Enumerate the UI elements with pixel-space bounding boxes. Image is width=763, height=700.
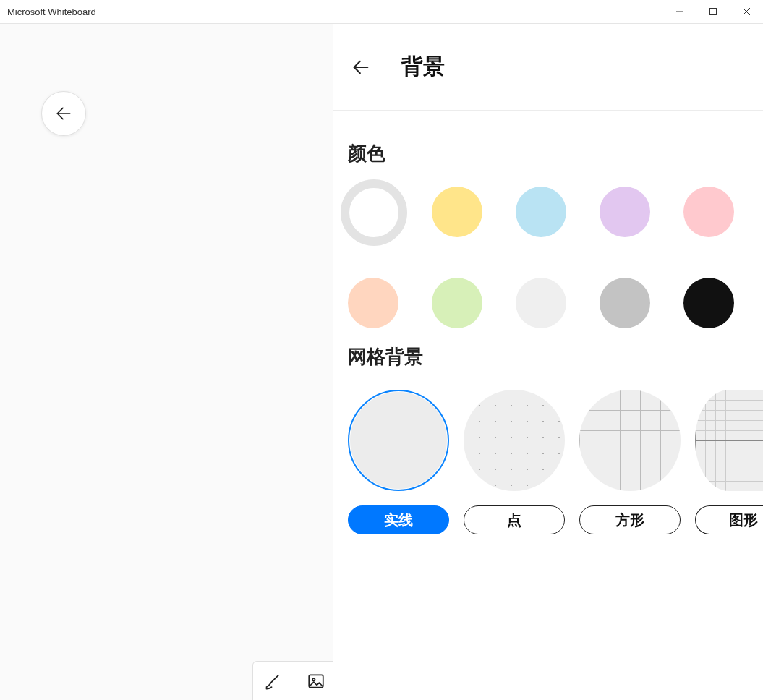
color-swatch-peach[interactable]: [348, 278, 398, 328]
close-button[interactable]: [730, 0, 763, 23]
back-to-boards-button[interactable]: [41, 91, 86, 136]
main-canvas-area[interactable]: 背景 颜色 网格背景 实线: [0, 24, 763, 700]
panel-back-button[interactable]: [348, 54, 374, 80]
background-panel: 背景 颜色 网格背景 实线: [333, 24, 763, 700]
color-swatch-blue[interactable]: [516, 187, 566, 237]
pen-icon: [264, 671, 284, 691]
color-swatch-pink[interactable]: [683, 187, 734, 237]
color-swatch-black[interactable]: [683, 278, 734, 328]
svg-rect-5: [309, 675, 323, 687]
grid-option-dot: 点: [464, 390, 565, 534]
grid-options-row: 实线 点 方形 图形: [348, 390, 763, 534]
color-swatch-grid: [348, 187, 763, 328]
arrow-left-icon: [54, 104, 73, 123]
titlebar: Microsoft Whiteboard: [0, 0, 763, 24]
minimize-button[interactable]: [663, 0, 696, 23]
svg-rect-1: [710, 9, 717, 15]
minimize-icon: [675, 7, 684, 16]
image-tool-button[interactable]: [304, 669, 328, 693]
maximize-button[interactable]: [696, 0, 730, 23]
grid-option-graph: 图形: [695, 390, 763, 534]
grid-preview-dot[interactable]: [464, 390, 565, 491]
color-swatch-yellow[interactable]: [432, 187, 482, 237]
grid-label-square[interactable]: 方形: [579, 505, 681, 534]
color-swatch-green[interactable]: [432, 278, 482, 328]
panel-header: 背景: [333, 24, 763, 111]
window-controls: [663, 0, 763, 23]
image-icon: [307, 672, 325, 691]
color-swatch-purple[interactable]: [600, 187, 650, 237]
color-swatch-gray[interactable]: [600, 278, 650, 328]
grid-section-title: 网格背景: [348, 344, 763, 370]
grid-label-graph[interactable]: 图形: [695, 505, 763, 534]
grid-label-solid[interactable]: 实线: [348, 505, 449, 534]
pen-tool-button[interactable]: [262, 669, 286, 693]
panel-title: 背景: [401, 52, 445, 82]
color-section-title: 颜色: [348, 141, 763, 166]
grid-preview-graph[interactable]: [695, 390, 763, 491]
close-icon: [742, 7, 751, 16]
grid-option-square: 方形: [579, 390, 681, 534]
arrow-left-icon: [351, 57, 371, 77]
bottom-toolbar: [252, 661, 338, 700]
color-swatch-lightgray[interactable]: [516, 278, 566, 328]
grid-option-solid: 实线: [348, 390, 449, 534]
grid-label-dot[interactable]: 点: [464, 505, 565, 534]
svg-point-6: [312, 678, 315, 680]
app-title: Microsoft Whiteboard: [0, 7, 96, 17]
grid-preview-square[interactable]: [579, 390, 681, 491]
color-swatch-white[interactable]: [341, 179, 407, 246]
color-section: 颜色 网格背景 实线 点: [333, 111, 763, 558]
maximize-icon: [709, 7, 717, 16]
grid-preview-solid[interactable]: [348, 390, 449, 491]
